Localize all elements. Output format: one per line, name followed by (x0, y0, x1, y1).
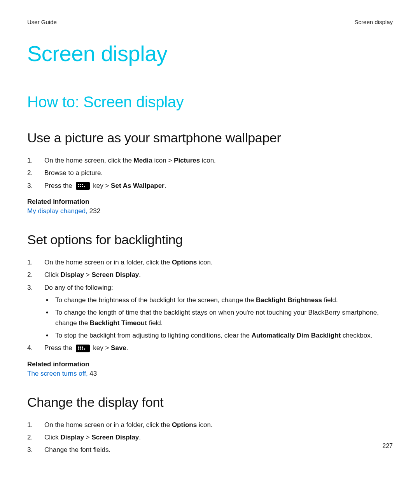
list-item: Change the font fields. (27, 445, 393, 455)
related-info-label: Related information (27, 198, 393, 206)
list-item: On the home screen or in a folder, click… (27, 420, 393, 430)
related-link: My display changed, 232 (27, 207, 393, 215)
header-right: Screen display (355, 19, 393, 25)
ordered-list: On the home screen or in a folder, click… (27, 420, 393, 455)
related-link-anchor[interactable]: The screen turns off, (27, 370, 88, 377)
header-left: User Guide (27, 19, 57, 25)
blackberry-key-icon (76, 182, 90, 190)
list-item: Do any of the following: To change the b… (27, 283, 393, 341)
list-item: On the home screen, click the Media icon… (27, 156, 393, 166)
bullet-item: To stop the backlight from adjusting to … (44, 331, 393, 341)
list-item: Press the key > Set As Wallpaper. (27, 181, 393, 191)
list-item: Press the key > Save. (27, 343, 393, 353)
page-title: Screen display (27, 41, 393, 66)
page-number: 227 (382, 443, 393, 450)
list-item: Browse to a picture. (27, 168, 393, 178)
section-heading: Set options for backlighting (27, 232, 393, 247)
list-item: On the home screen or in a folder, click… (27, 257, 393, 268)
list-item: Click Display > Screen Display. (27, 270, 393, 280)
ordered-list: On the home screen, click the Media icon… (27, 156, 393, 191)
section-heading: Change the display font (27, 395, 393, 410)
related-link-anchor[interactable]: My display changed, (27, 207, 88, 215)
list-item: Click Display > Screen Display. (27, 432, 393, 443)
page-subtitle: How to: Screen display (27, 93, 393, 111)
bullet-item: To change the brightness of the backligh… (44, 295, 393, 305)
related-info-label: Related information (27, 360, 393, 368)
section-heading: Use a picture as your smartphone wallpap… (27, 130, 393, 145)
bullet-list: To change the brightness of the backligh… (44, 295, 393, 341)
related-link: The screen turns off, 43 (27, 370, 393, 378)
ordered-list: On the home screen or in a folder, click… (27, 257, 393, 354)
bullet-item: To change the length of time that the ba… (44, 308, 393, 328)
blackberry-key-icon (76, 345, 90, 352)
